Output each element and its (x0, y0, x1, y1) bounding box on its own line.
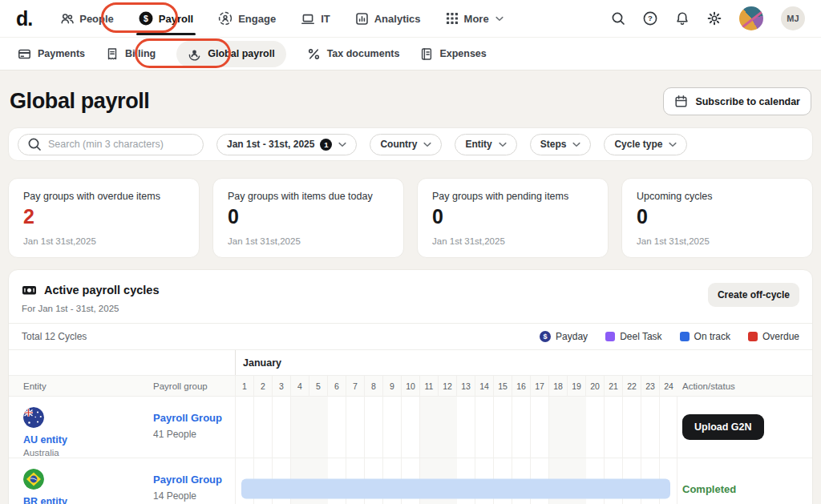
nav-item-it[interactable]: IT (292, 6, 339, 32)
cycle-rows: AU entityAustraliaPayroll Group41 People… (9, 397, 812, 504)
au-flag-icon (23, 407, 44, 428)
br-flag-icon (23, 469, 44, 490)
chevron-down-icon (423, 142, 431, 147)
legend-label: Deel Task (620, 331, 661, 342)
day-number: 10 (401, 376, 419, 397)
create-off-cycle-button[interactable]: Create off-cycle (708, 283, 799, 307)
dropdown-label: Cycle type (614, 139, 662, 150)
weekend-shade (439, 397, 457, 458)
table-row-au-entity: AU entityAustraliaPayroll Group41 People… (9, 397, 812, 458)
help-icon[interactable]: ? (643, 11, 657, 26)
stat-label: Pay groups with items due today (228, 191, 389, 202)
subnav-item-expenses[interactable]: Expenses (420, 47, 486, 61)
more-icon (446, 12, 459, 25)
column-header-entity: Entity (9, 376, 145, 397)
entity-link[interactable]: BR entity (23, 496, 145, 504)
filter-dropdown-entity[interactable]: Entity (455, 134, 516, 155)
chevron-down-icon (338, 142, 346, 147)
day-number: 5 (309, 376, 327, 397)
weekend-shade (291, 397, 309, 458)
calendar-icon (674, 95, 688, 108)
stat-cards: Pay groups with overdue items2Jan 1st 31… (8, 178, 813, 258)
day-number: 8 (364, 376, 382, 397)
stat-card-pay-groups-with-overdue-items: Pay groups with overdue items2Jan 1st 31… (8, 178, 200, 258)
org-avatar[interactable] (739, 6, 763, 30)
cycle-gantt-bar[interactable] (241, 479, 670, 499)
entity-cell: BR entityBrazil (9, 458, 145, 504)
user-avatar[interactable]: MJ (781, 6, 805, 30)
day-number: 1 (235, 376, 253, 397)
column-header-action: Action/status (677, 376, 813, 397)
subscribe-to-calendar-button[interactable]: Subscribe to calendar (663, 87, 811, 115)
date-range-label: Jan 1st - 31st, 2025 (227, 139, 314, 150)
day-number: 20 (585, 376, 604, 397)
month-header-row: January (9, 349, 812, 375)
payroll-group-link[interactable]: Payroll Group (153, 474, 235, 486)
nav-item-analytics[interactable]: Analytics (346, 6, 430, 32)
cash-icon (22, 283, 37, 297)
dropdown-label: Entity (465, 139, 491, 150)
bell-icon[interactable] (675, 11, 690, 26)
day-number: 21 (604, 376, 622, 397)
stat-caption: Jan 1st 31st,2025 (23, 236, 184, 246)
subnav-item-payments[interactable]: Payments (18, 47, 85, 61)
chevron-down-icon (572, 142, 580, 147)
total-cycles-text: Total 12 Cycles (22, 331, 87, 342)
stat-caption: Jan 1st 31st,2025 (228, 236, 389, 246)
date-range-filter[interactable]: Jan 1st - 31st, 2025 1 (216, 134, 357, 155)
legend-swatch (748, 332, 758, 341)
legend-swatch (680, 332, 690, 341)
subnav-item-tax-documents[interactable]: Tax documents (307, 47, 400, 61)
subnav-item-label: Expenses (439, 48, 486, 59)
deel-logo[interactable]: d. (16, 7, 32, 30)
filter-dropdown-cycle-type[interactable]: Cycle type (604, 134, 687, 155)
legend-label: Payday (556, 331, 588, 342)
expenses-icon (420, 47, 433, 61)
group-people-count: 14 People (153, 490, 235, 502)
filter-dropdown-country[interactable]: Country (370, 134, 442, 155)
search-input[interactable] (48, 139, 194, 150)
gear-icon[interactable] (707, 11, 722, 26)
stat-label: Pay groups with overdue items (23, 191, 184, 202)
svg-text:$: $ (144, 14, 148, 23)
entity-cell: AU entityAustralia (9, 397, 145, 458)
action-cell: Upload G2N (677, 397, 813, 458)
upload-g2n-button[interactable]: Upload G2N (682, 414, 764, 440)
weekend-shade (549, 397, 568, 458)
subnav-item-label: Billing (125, 48, 156, 59)
day-number: 9 (382, 376, 401, 397)
nav-item-payroll[interactable]: $Payroll (130, 5, 202, 32)
stat-value: 0 (637, 206, 798, 228)
action-cell: Completed (677, 458, 813, 504)
tax-percent-icon (307, 47, 321, 61)
nav-item-engage[interactable]: Engage (209, 5, 285, 32)
chevron-down-icon (669, 142, 677, 147)
day-number: 13 (456, 376, 475, 397)
top-nav: d. People$PayrollEngageITAnalyticsMore ?… (0, 0, 821, 37)
search-icon[interactable] (611, 11, 625, 26)
page-title: Global payroll (10, 89, 149, 114)
day-numbers-header: 123456789101112131415161718192021222324 (235, 376, 677, 397)
day-grid-area (235, 397, 677, 458)
global-payroll-icon (188, 47, 201, 61)
entity-link[interactable]: AU entity (23, 434, 145, 446)
nav-item-label: Analytics (374, 13, 421, 25)
subnav-item-billing[interactable]: Billing (106, 47, 156, 61)
nav-item-more[interactable]: More (437, 6, 512, 31)
day-number: 14 (475, 376, 493, 397)
payroll-group-link[interactable]: Payroll Group (153, 412, 235, 424)
section-subtitle: For Jan 1st - 31st, 2025 (22, 304, 159, 313)
day-number: 17 (530, 376, 548, 397)
filter-dropdown-steps[interactable]: Steps (530, 134, 592, 155)
nav-item-people[interactable]: People (51, 6, 123, 32)
group-people-count: 41 People (153, 429, 235, 440)
day-number: 6 (327, 376, 346, 397)
weekend-shade (568, 397, 586, 458)
svg-text:?: ? (648, 14, 653, 22)
stat-card-pay-groups-with-pending-items: Pay groups with pending items0Jan 1st 31… (417, 178, 609, 258)
payday-icon: $ (540, 331, 551, 342)
legend-swatch (605, 332, 615, 341)
subnav-item-global-payroll[interactable]: Global payroll (176, 41, 285, 67)
subnav-item-label: Global payroll (208, 48, 274, 59)
search-box[interactable] (18, 134, 204, 155)
